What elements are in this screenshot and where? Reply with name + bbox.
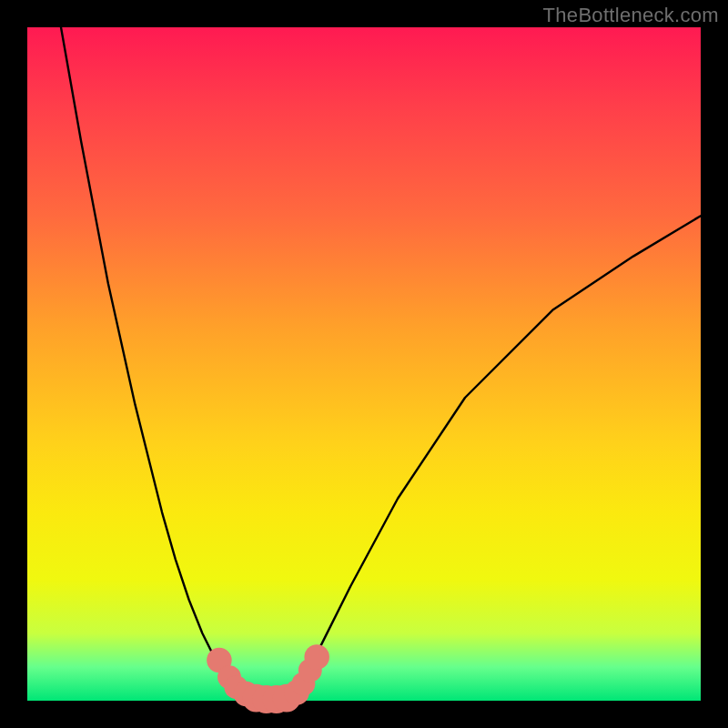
watermark-text: TheBottleneck.com <box>543 4 719 27</box>
bottleneck-curve <box>61 27 701 701</box>
curve-svg <box>27 27 701 701</box>
plot-area <box>27 27 701 701</box>
curve-group <box>61 27 701 701</box>
chart-frame: TheBottleneck.com <box>0 0 728 728</box>
data-marker <box>304 644 329 670</box>
marker-group <box>207 644 329 713</box>
